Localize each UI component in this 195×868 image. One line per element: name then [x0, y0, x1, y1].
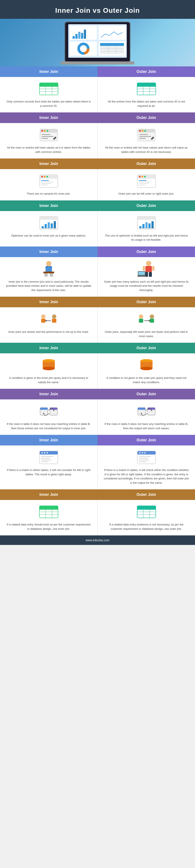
svg-rect-144 [41, 456, 53, 457]
inner-icon-6 [38, 358, 60, 373]
inner-text-9: If a related data entry should exist as … [5, 522, 92, 531]
section-content-3: Optimizer can be used in inner join as i… [0, 211, 195, 247]
inner-content-7: If the rows in table A does not have any… [0, 399, 98, 435]
svg-rect-89 [43, 272, 54, 273]
outer-content-7: If the rows in table A does not have any… [98, 399, 195, 435]
svg-rect-84 [148, 223, 150, 228]
svg-point-65 [141, 176, 143, 178]
inner-join-header-7: Inner Join [0, 389, 98, 399]
svg-rect-95 [145, 266, 152, 272]
inner-icon-2 [38, 174, 60, 189]
svg-point-103 [41, 314, 46, 319]
svg-rect-68 [139, 182, 151, 182]
inner-text-0: Only common records from both the tables… [5, 99, 92, 108]
svg-point-48 [144, 130, 146, 132]
svg-rect-134 [138, 408, 145, 410]
svg-rect-128 [40, 408, 48, 410]
outer-text-6: A condition is not given in the outer jo… [103, 376, 190, 384]
inner-icon-9 [38, 504, 60, 519]
section-content-7: If the rows in table A does not have any… [0, 399, 195, 435]
svg-rect-58 [41, 180, 49, 181]
section-content-2: There are no variants for inner join. Ou… [0, 169, 195, 200]
svg-rect-8 [78, 32, 80, 39]
svg-rect-73 [41, 226, 44, 228]
svg-point-111 [150, 314, 154, 319]
outer-icon-7 [136, 404, 157, 419]
inner-content-3: Optimizer can be used in inner join as i… [0, 211, 98, 247]
inner-join-header-4: Inner Join [0, 247, 98, 257]
inner-icon-1 [38, 127, 60, 143]
section-content-5: Inner joins are slower and the performan… [0, 307, 195, 343]
inner-content-8: If there is a match in either tables, it… [0, 445, 98, 489]
svg-rect-99 [152, 266, 155, 271]
inner-join-header-5: Inner Join [0, 297, 98, 307]
inner-icon-8 [38, 450, 60, 465]
svg-rect-80 [137, 216, 156, 220]
outer-join-header-0: Outer Join [98, 66, 195, 77]
svg-point-55 [41, 176, 43, 178]
svg-rect-69 [139, 183, 149, 184]
inner-icon-0 [38, 81, 60, 96]
section-header-1: Inner Join Outer Join [0, 113, 195, 123]
svg-rect-82 [142, 224, 144, 228]
svg-rect-156 [139, 461, 146, 462]
inner-content-4: Inner join is the common join and is use… [0, 257, 98, 297]
outer-join-header-1: Outer Join [98, 113, 195, 123]
outer-text-9: If a related data entry existence is not… [103, 522, 190, 531]
svg-rect-81 [139, 226, 141, 228]
svg-rect-9 [81, 33, 83, 39]
laptop-illustration [61, 20, 134, 65]
page-header: Inner Join vs Outer Join [0, 0, 195, 19]
section-header-0: Inner Join Outer Join [0, 66, 195, 77]
outer-join-header-6: Outer Join [98, 343, 195, 353]
footer-text: www.educba.com [86, 538, 109, 542]
svg-rect-51 [139, 138, 146, 139]
outer-content-1: All the rows or entries will not have va… [98, 123, 195, 158]
outer-join-header-9: Outer Join [98, 489, 195, 500]
inner-content-5: Inner joins are slower and the performan… [0, 307, 98, 343]
svg-point-123 [140, 367, 152, 370]
outer-join-header-8: Outer Join [98, 435, 195, 445]
outer-icon-2 [136, 174, 157, 189]
inner-text-8: If there is a match in either tables, it… [5, 468, 92, 476]
section-content-8: If there is a match in either tables, it… [0, 445, 195, 489]
section-header-8: Inner Join Outer Join [0, 435, 195, 445]
outer-join-header-2: Outer Join [98, 158, 195, 169]
inner-content-6: A condition is given in the inner join q… [0, 353, 98, 389]
inner-text-3: Optimizer can be used in inner join as i… [11, 234, 86, 238]
svg-rect-23 [39, 85, 58, 87]
svg-point-126 [140, 364, 152, 367]
outer-text-4: Outer join has many options such as left… [103, 280, 190, 292]
inner-content-1: All the rows or entries will have values… [0, 123, 98, 158]
svg-rect-102 [137, 276, 146, 277]
outer-text-5: Outer joins, especially left outer joins… [103, 330, 190, 338]
section-content-1: All the rows or entries will have values… [0, 123, 195, 158]
svg-rect-145 [41, 458, 50, 459]
outer-text-7: If the rows in table A does not have any… [103, 422, 190, 430]
svg-point-105 [52, 314, 56, 319]
svg-point-66 [144, 176, 146, 178]
svg-rect-147 [41, 461, 49, 462]
outer-content-0: All the entries from the tables are take… [98, 77, 195, 113]
outer-icon-1 [136, 127, 157, 143]
svg-rect-159 [39, 508, 58, 510]
svg-point-117 [43, 367, 55, 370]
svg-point-142 [44, 452, 46, 454]
svg-point-94 [146, 261, 151, 266]
section-content-9: If a related data entry should exist as … [0, 500, 195, 535]
inner-join-header-3: Inner Join [0, 200, 98, 211]
outer-content-5: Outer joins, especially left outer joins… [98, 307, 195, 343]
section-header-7: Inner Join Outer Join [0, 389, 195, 399]
svg-point-38 [44, 130, 46, 132]
svg-rect-154 [139, 458, 147, 459]
svg-rect-77 [54, 221, 56, 228]
outer-join-header-5: Outer Join [98, 297, 195, 307]
outer-text-0: All the entries from the tables are take… [103, 99, 190, 108]
section-content-6: A condition is given in the inner join q… [0, 353, 195, 389]
outer-join-header-7: Outer Join [98, 389, 195, 399]
svg-rect-67 [139, 180, 146, 181]
svg-rect-6 [73, 36, 75, 39]
svg-rect-83 [145, 222, 147, 228]
outer-icon-3 [136, 215, 157, 230]
section-header-4: Inner Join Outer Join [0, 247, 195, 257]
